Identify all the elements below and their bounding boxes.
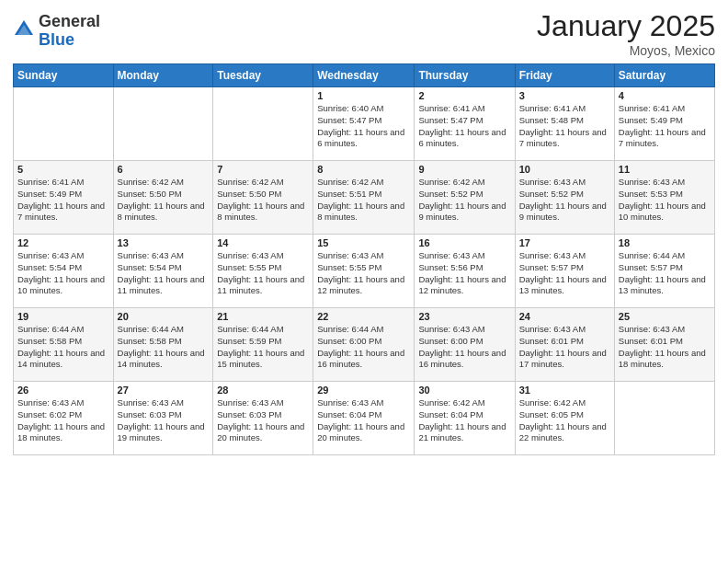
calendar-cell: 6Sunrise: 6:42 AM Sunset: 5:50 PM Daylig… <box>113 161 213 235</box>
day-info: Sunrise: 6:44 AM Sunset: 6:00 PM Dayligh… <box>317 324 410 371</box>
calendar-cell: 10Sunrise: 6:43 AM Sunset: 5:52 PM Dayli… <box>515 161 614 235</box>
logo-blue-text: Blue <box>39 31 100 50</box>
day-info: Sunrise: 6:43 AM Sunset: 5:53 PM Dayligh… <box>619 177 711 224</box>
page: General Blue January 2025 Moyos, Mexico … <box>0 0 728 563</box>
day-number: 6 <box>118 164 210 175</box>
day-info: Sunrise: 6:43 AM Sunset: 6:03 PM Dayligh… <box>118 397 210 444</box>
col-header-sunday: Sunday <box>14 64 114 87</box>
calendar-cell: 11Sunrise: 6:43 AM Sunset: 5:53 PM Dayli… <box>614 161 714 235</box>
calendar-cell: 18Sunrise: 6:44 AM Sunset: 5:57 PM Dayli… <box>614 235 714 308</box>
calendar-cell: 1Sunrise: 6:40 AM Sunset: 5:47 PM Daylig… <box>313 87 415 161</box>
title-block: January 2025 Moyos, Mexico <box>537 9 715 58</box>
calendar-table: SundayMondayTuesdayWednesdayThursdayFrid… <box>13 63 715 455</box>
day-info: Sunrise: 6:42 AM Sunset: 6:05 PM Dayligh… <box>519 397 610 444</box>
calendar-cell: 15Sunrise: 6:43 AM Sunset: 5:55 PM Dayli… <box>313 235 415 308</box>
day-info: Sunrise: 6:42 AM Sunset: 5:50 PM Dayligh… <box>118 177 210 224</box>
calendar-cell: 7Sunrise: 6:42 AM Sunset: 5:50 PM Daylig… <box>213 161 313 235</box>
day-info: Sunrise: 6:44 AM Sunset: 5:58 PM Dayligh… <box>17 324 109 371</box>
calendar-cell: 2Sunrise: 6:41 AM Sunset: 5:47 PM Daylig… <box>415 87 515 161</box>
day-number: 10 <box>519 164 610 175</box>
logo-text: General Blue <box>39 13 100 50</box>
calendar-cell <box>614 382 714 455</box>
calendar-cell: 25Sunrise: 6:43 AM Sunset: 6:01 PM Dayli… <box>614 308 714 382</box>
calendar-cell: 17Sunrise: 6:43 AM Sunset: 5:57 PM Dayli… <box>515 235 614 308</box>
day-number: 12 <box>17 237 109 248</box>
day-number: 25 <box>619 311 711 322</box>
day-number: 17 <box>519 237 610 248</box>
day-info: Sunrise: 6:44 AM Sunset: 5:58 PM Dayligh… <box>118 324 210 371</box>
calendar-week-4: 26Sunrise: 6:43 AM Sunset: 6:02 PM Dayli… <box>14 382 715 455</box>
calendar-cell: 5Sunrise: 6:41 AM Sunset: 5:49 PM Daylig… <box>14 161 114 235</box>
day-info: Sunrise: 6:44 AM Sunset: 5:57 PM Dayligh… <box>619 250 711 297</box>
day-number: 13 <box>118 237 210 248</box>
logo-icon <box>13 18 35 40</box>
day-info: Sunrise: 6:43 AM Sunset: 5:52 PM Dayligh… <box>519 177 610 224</box>
day-number: 23 <box>418 311 510 322</box>
calendar-week-2: 12Sunrise: 6:43 AM Sunset: 5:54 PM Dayli… <box>14 235 715 308</box>
col-header-wednesday: Wednesday <box>313 64 415 87</box>
day-info: Sunrise: 6:41 AM Sunset: 5:47 PM Dayligh… <box>418 103 510 150</box>
day-number: 8 <box>317 164 410 175</box>
calendar-cell: 31Sunrise: 6:42 AM Sunset: 6:05 PM Dayli… <box>515 382 614 455</box>
day-info: Sunrise: 6:43 AM Sunset: 5:54 PM Dayligh… <box>17 250 109 297</box>
day-info: Sunrise: 6:40 AM Sunset: 5:47 PM Dayligh… <box>317 103 410 150</box>
day-info: Sunrise: 6:41 AM Sunset: 5:49 PM Dayligh… <box>17 177 109 224</box>
calendar-week-0: 1Sunrise: 6:40 AM Sunset: 5:47 PM Daylig… <box>14 87 715 161</box>
day-number: 11 <box>619 164 711 175</box>
logo: General Blue <box>13 13 100 50</box>
day-number: 29 <box>317 385 410 396</box>
day-number: 2 <box>418 90 510 101</box>
calendar-cell: 20Sunrise: 6:44 AM Sunset: 5:58 PM Dayli… <box>113 308 213 382</box>
day-number: 18 <box>619 237 711 248</box>
calendar-cell <box>113 87 213 161</box>
day-info: Sunrise: 6:42 AM Sunset: 5:51 PM Dayligh… <box>317 177 410 224</box>
col-header-thursday: Thursday <box>415 64 515 87</box>
calendar-cell: 14Sunrise: 6:43 AM Sunset: 5:55 PM Dayli… <box>213 235 313 308</box>
calendar-cell: 30Sunrise: 6:42 AM Sunset: 6:04 PM Dayli… <box>415 382 515 455</box>
col-header-monday: Monday <box>113 64 213 87</box>
calendar-cell: 4Sunrise: 6:41 AM Sunset: 5:49 PM Daylig… <box>614 87 714 161</box>
day-number: 15 <box>317 237 410 248</box>
month-title: January 2025 <box>537 9 715 43</box>
calendar-week-3: 19Sunrise: 6:44 AM Sunset: 5:58 PM Dayli… <box>14 308 715 382</box>
day-number: 7 <box>217 164 309 175</box>
col-header-tuesday: Tuesday <box>213 64 313 87</box>
calendar-cell: 26Sunrise: 6:43 AM Sunset: 6:02 PM Dayli… <box>14 382 114 455</box>
day-number: 28 <box>217 385 309 396</box>
day-number: 26 <box>17 385 109 396</box>
col-header-friday: Friday <box>515 64 614 87</box>
day-info: Sunrise: 6:42 AM Sunset: 5:52 PM Dayligh… <box>418 177 510 224</box>
day-info: Sunrise: 6:43 AM Sunset: 6:02 PM Dayligh… <box>17 397 109 444</box>
day-info: Sunrise: 6:41 AM Sunset: 5:48 PM Dayligh… <box>519 103 610 150</box>
day-info: Sunrise: 6:41 AM Sunset: 5:49 PM Dayligh… <box>619 103 711 150</box>
calendar-cell: 24Sunrise: 6:43 AM Sunset: 6:01 PM Dayli… <box>515 308 614 382</box>
day-number: 5 <box>17 164 109 175</box>
day-info: Sunrise: 6:44 AM Sunset: 5:59 PM Dayligh… <box>217 324 309 371</box>
day-info: Sunrise: 6:43 AM Sunset: 5:55 PM Dayligh… <box>317 250 410 297</box>
calendar-cell: 13Sunrise: 6:43 AM Sunset: 5:54 PM Dayli… <box>113 235 213 308</box>
calendar-cell <box>14 87 114 161</box>
day-info: Sunrise: 6:43 AM Sunset: 6:03 PM Dayligh… <box>217 397 309 444</box>
calendar-cell: 28Sunrise: 6:43 AM Sunset: 6:03 PM Dayli… <box>213 382 313 455</box>
calendar-cell: 27Sunrise: 6:43 AM Sunset: 6:03 PM Dayli… <box>113 382 213 455</box>
day-number: 30 <box>418 385 510 396</box>
day-number: 21 <box>217 311 309 322</box>
calendar-cell: 9Sunrise: 6:42 AM Sunset: 5:52 PM Daylig… <box>415 161 515 235</box>
calendar-cell: 22Sunrise: 6:44 AM Sunset: 6:00 PM Dayli… <box>313 308 415 382</box>
calendar-week-1: 5Sunrise: 6:41 AM Sunset: 5:49 PM Daylig… <box>14 161 715 235</box>
calendar-cell: 19Sunrise: 6:44 AM Sunset: 5:58 PM Dayli… <box>14 308 114 382</box>
day-number: 24 <box>519 311 610 322</box>
logo-general-text: General <box>39 13 100 31</box>
day-number: 27 <box>118 385 210 396</box>
calendar-cell: 3Sunrise: 6:41 AM Sunset: 5:48 PM Daylig… <box>515 87 614 161</box>
day-info: Sunrise: 6:43 AM Sunset: 5:56 PM Dayligh… <box>418 250 510 297</box>
day-number: 20 <box>118 311 210 322</box>
calendar-cell <box>213 87 313 161</box>
day-number: 22 <box>317 311 410 322</box>
day-info: Sunrise: 6:43 AM Sunset: 5:55 PM Dayligh… <box>217 250 309 297</box>
day-number: 19 <box>17 311 109 322</box>
col-header-saturday: Saturday <box>614 64 714 87</box>
day-number: 31 <box>519 385 610 396</box>
day-info: Sunrise: 6:43 AM Sunset: 6:04 PM Dayligh… <box>317 397 410 444</box>
day-number: 14 <box>217 237 309 248</box>
